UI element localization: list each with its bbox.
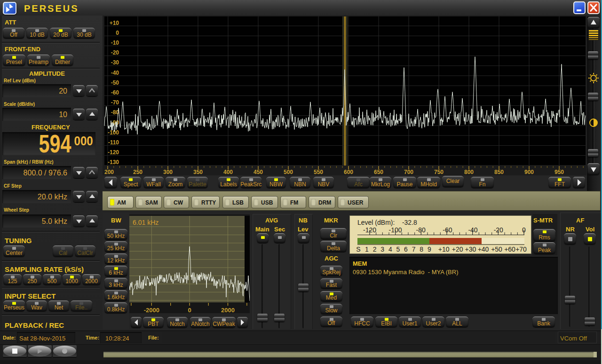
- svg-text:+10: +10: [110, 20, 119, 26]
- svg-text:600: 600: [344, 169, 353, 175]
- svg-text:6.01 kHz: 6.01 kHz: [133, 219, 158, 226]
- svg-text:550: 550: [314, 169, 323, 175]
- svg-text:-20: -20: [494, 226, 503, 234]
- svg-text:650: 650: [374, 169, 383, 175]
- svg-text:2: 2: [373, 245, 377, 253]
- svg-text:350: 350: [193, 169, 203, 175]
- svg-text:450: 450: [253, 169, 263, 175]
- svg-text:+20: +20: [452, 245, 463, 253]
- svg-text:300: 300: [163, 169, 173, 175]
- svg-text:-10: -10: [111, 40, 119, 46]
- svg-text:750: 750: [434, 169, 444, 175]
- svg-text:0: 0: [116, 30, 119, 36]
- svg-text:S: S: [356, 245, 360, 253]
- svg-text:-70: -70: [111, 99, 119, 106]
- svg-text:Level (dBm): -32.8: Level (dBm): -32.8: [357, 219, 417, 226]
- svg-text:400: 400: [223, 169, 233, 175]
- svg-text:3: 3: [380, 245, 384, 253]
- svg-text:-120: -120: [108, 149, 119, 156]
- svg-text:5: 5: [396, 245, 400, 253]
- svg-text:2000: 2000: [221, 307, 235, 313]
- svg-text:-2000: -2000: [144, 307, 159, 313]
- svg-text:250: 250: [133, 169, 143, 175]
- svg-text:500: 500: [284, 169, 293, 175]
- svg-text:200: 200: [104, 169, 114, 175]
- svg-text:700: 700: [404, 169, 413, 175]
- svg-text:-110: -110: [108, 139, 119, 146]
- svg-text:6: 6: [404, 245, 408, 253]
- svg-text:+50: +50: [491, 245, 502, 253]
- svg-text:7: 7: [412, 245, 416, 253]
- svg-text:-40: -40: [111, 70, 119, 76]
- svg-text:800: 800: [464, 169, 474, 175]
- svg-text:+10: +10: [438, 245, 450, 253]
- svg-text:+30: +30: [465, 245, 476, 253]
- svg-text:-50: -50: [111, 79, 119, 86]
- svg-text:-30: -30: [111, 59, 119, 66]
- svg-text:-20: -20: [111, 49, 119, 56]
- svg-text:-130: -130: [108, 159, 119, 166]
- svg-text:1: 1: [365, 245, 369, 253]
- svg-text:4: 4: [388, 245, 392, 253]
- svg-text:8: 8: [420, 245, 423, 253]
- svg-text:+70: +70: [515, 245, 527, 253]
- svg-text:+60: +60: [504, 245, 515, 253]
- svg-text:900: 900: [524, 169, 534, 175]
- svg-text:-60: -60: [443, 226, 452, 234]
- svg-text:-60: -60: [111, 89, 119, 96]
- svg-text:-100: -100: [108, 129, 119, 136]
- svg-text:950: 950: [554, 169, 564, 175]
- svg-text:-40: -40: [468, 226, 477, 234]
- svg-text:850: 850: [494, 169, 504, 175]
- svg-text:+40: +40: [478, 245, 489, 253]
- svg-text:9: 9: [428, 245, 431, 253]
- svg-text:0: 0: [188, 307, 191, 313]
